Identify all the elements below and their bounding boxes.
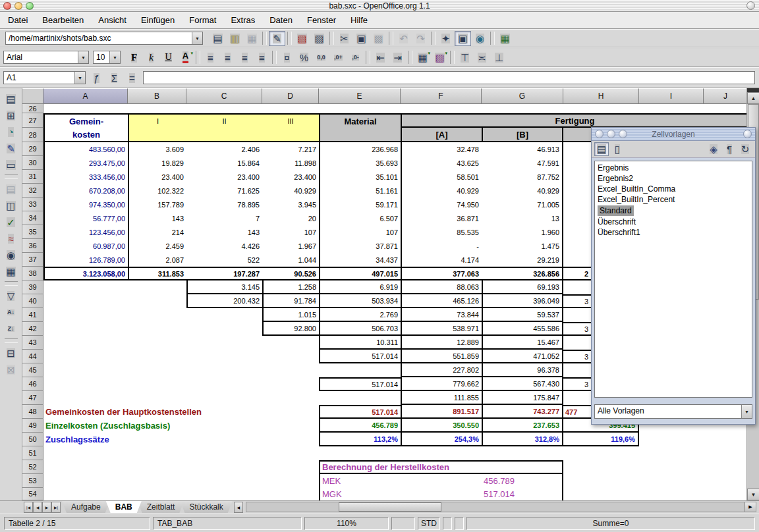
cell-G46[interactable]: 567.430 — [482, 377, 563, 391]
cell-F49[interactable]: 350.550 — [401, 419, 482, 433]
cell-E43[interactable]: 10.311 — [319, 336, 401, 350]
cell-C29[interactable]: 2.406 — [186, 142, 262, 156]
cell-G47[interactable]: 175.847 — [482, 391, 563, 405]
style-filter-dropdown-icon[interactable]: ▼ — [741, 405, 752, 418]
cell-A30[interactable]: 293.475,00 — [43, 156, 128, 170]
stylist-title-bar[interactable]: Zellvorlagen — [592, 128, 755, 141]
cell-C40[interactable]: 200.432 — [186, 294, 262, 308]
cell-F33[interactable]: 74.950 — [401, 198, 482, 211]
row-header-47[interactable]: 47 — [22, 391, 43, 405]
cell-D29[interactable]: 7.217 — [262, 142, 319, 156]
navigator-icon[interactable]: ✦ — [437, 31, 454, 46]
cell-H50[interactable]: 119,6% — [563, 433, 639, 446]
equals-icon[interactable]: = — [124, 70, 140, 86]
italic-icon[interactable]: k — [143, 50, 159, 65]
open-icon[interactable]: ▥ — [227, 31, 243, 46]
last-sheet-button[interactable]: ▶| — [51, 502, 61, 513]
cell-G28[interactable]: [B] — [482, 128, 563, 142]
cell-G35[interactable]: 1.960 — [482, 225, 563, 239]
cell-F29[interactable]: 32.478 — [401, 142, 482, 156]
cell-B37[interactable]: 2.087 — [128, 253, 186, 267]
cell-D40[interactable]: 91.784 — [262, 294, 319, 308]
cell-F50[interactable]: 254,3% — [401, 433, 482, 446]
cell-D32[interactable]: 40.929 — [262, 184, 319, 198]
cell-G50[interactable]: 312,8% — [482, 433, 563, 446]
row-header-37[interactable]: 37 — [22, 253, 43, 267]
new-document-icon[interactable]: ▤ — [210, 31, 226, 46]
new-style-icon[interactable]: ¶ — [722, 142, 737, 156]
row-header-45[interactable]: 45 — [22, 363, 43, 377]
row-header-51[interactable]: 51 — [22, 446, 43, 460]
row-header-44[interactable]: 44 — [22, 350, 43, 363]
cell-D39[interactable]: 1.258 — [262, 280, 319, 294]
sheet-tab-stckkalk[interactable]: Stückkalk — [180, 501, 232, 513]
cell-E34[interactable]: 6.507 — [319, 211, 401, 225]
cell-D34[interactable]: 20 — [262, 211, 319, 225]
cell-A48[interactable]: Gemeinkosten der Hauptkostenstellen — [43, 405, 128, 419]
insert-chart-icon[interactable]: ◔ — [3, 124, 20, 140]
page-styles-icon[interactable]: ▯ — [610, 142, 625, 156]
style-item-excelbuiltincomma[interactable]: Excel_BuiltIn_Comma — [595, 184, 752, 194]
cell-B27[interactable]: I — [128, 113, 186, 128]
cell-reference-dropdown-icon[interactable]: ▼ — [74, 72, 85, 84]
cell-G40[interactable]: 396.049 — [482, 294, 563, 308]
autofilter-icon[interactable]: ▽ — [3, 288, 20, 304]
cell-F37[interactable]: 4.174 — [401, 253, 482, 267]
cell-G49[interactable]: 237.653 — [482, 419, 563, 433]
cell-E28[interactable] — [319, 128, 401, 142]
cell-A31[interactable]: 333.456,00 — [43, 170, 128, 184]
form-controls-icon[interactable]: ▭ — [3, 157, 20, 173]
cell-E38[interactable]: 497.015 — [319, 267, 401, 280]
cell-G31[interactable]: 87.752 — [482, 170, 563, 184]
cell-F43[interactable]: 12.889 — [401, 336, 482, 350]
cell-A35[interactable]: 123.456,00 — [43, 225, 128, 239]
export-pdf-icon[interactable]: ▧ — [294, 31, 310, 46]
cell-A32[interactable]: 670.208,00 — [43, 184, 128, 198]
insert-cells-icon[interactable]: ⊞ — [3, 107, 20, 123]
cell-G45[interactable]: 96.378 — [482, 363, 563, 377]
cell-E29[interactable]: 236.968 — [319, 142, 401, 156]
number-standard-icon[interactable]: 0,0 — [313, 50, 329, 65]
row-header-40[interactable]: 40 — [22, 294, 43, 308]
cell-E50[interactable]: 113,2% — [319, 433, 401, 446]
autoformat-icon[interactable]: ◫ — [3, 198, 20, 213]
style-item-berschrift1[interactable]: Überschrift1 — [595, 227, 752, 238]
style-item-berschrift[interactable]: Überschrift — [595, 217, 752, 227]
document-url[interactable]: /home/martinix/shots/bab.sxc — [6, 32, 192, 44]
cell-F28[interactable]: [A] — [401, 128, 482, 142]
column-header-F[interactable]: F — [401, 88, 482, 104]
borders-icon[interactable]: ▦▾ — [414, 50, 431, 65]
spellcheck-icon[interactable]: ✓ — [3, 214, 20, 230]
cell-C38[interactable]: 197.287 — [186, 267, 262, 280]
cell-G54[interactable]: 517.014 — [482, 488, 563, 500]
stylist-panel[interactable]: Zellvorlagen ▤▯◈¶↻ ErgebnisErgebnis2Exce… — [591, 127, 756, 425]
column-header-A[interactable]: A — [43, 88, 128, 104]
row-header-30[interactable]: 30 — [22, 156, 43, 170]
cell-F38[interactable]: 377.063 — [401, 267, 482, 280]
cell-G36[interactable]: 1.475 — [482, 239, 563, 253]
cell-A36[interactable]: 60.987,00 — [43, 239, 128, 253]
cell-D27[interactable]: III — [262, 113, 319, 128]
cell-F47[interactable]: 111.855 — [401, 391, 482, 405]
hyperlink-icon[interactable]: ◉ — [472, 31, 488, 46]
cell-A37[interactable]: 126.789,00 — [43, 253, 128, 267]
row-header-31[interactable]: 31 — [22, 170, 43, 184]
cell-D28[interactable] — [262, 128, 319, 142]
print-icon[interactable]: ▨ — [311, 31, 327, 46]
cell-reference-combo[interactable]: A1 ▼ — [3, 71, 86, 84]
background-color-icon[interactable]: ▨▾ — [432, 50, 448, 65]
style-item-ergebnis2[interactable]: Ergebnis2 — [595, 173, 752, 184]
cell-F45[interactable]: 227.802 — [401, 363, 482, 377]
cell-E52[interactable]: Berechnung der Herstellkosten — [319, 460, 563, 474]
cell-F32[interactable]: 40.929 — [401, 184, 482, 198]
previous-sheet-button[interactable]: ◀ — [33, 502, 42, 513]
autospellcheck-icon[interactable]: ≈ — [3, 230, 20, 246]
cell-D33[interactable]: 3.945 — [262, 198, 319, 211]
cell-B28[interactable] — [128, 128, 186, 142]
menu-item-ansicht[interactable]: Ansicht — [98, 15, 126, 25]
row-header-54[interactable]: 54 — [22, 488, 43, 500]
font-color-icon[interactable]: A▾ — [177, 50, 194, 65]
cell-E41[interactable]: 2.769 — [319, 308, 401, 322]
cell-G34[interactable]: 13 — [482, 211, 563, 225]
draw-functions-icon[interactable]: ✎ — [3, 140, 20, 156]
